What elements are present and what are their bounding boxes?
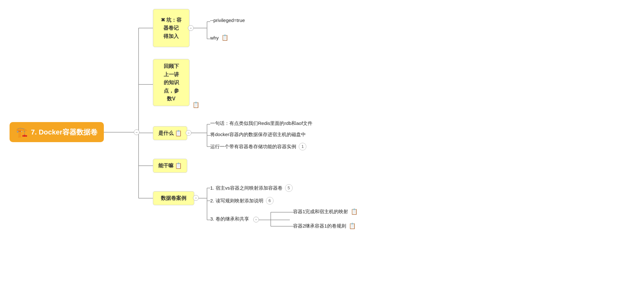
trap-child-1: --privileged=true: [210, 18, 245, 23]
inherit-child-2: 容器2继承容器1的卷规则 📋: [293, 222, 356, 229]
topic-review-label: 回顾下上一讲的知识点，参数V: [164, 62, 179, 103]
inherit-collapse-btn[interactable]: −: [253, 217, 259, 222]
topic-trap-label: ✖ 坑：容器卷记得加入: [161, 16, 182, 40]
inherit-child-1: 容器1完成和宿主机的映射 📋: [293, 208, 358, 215]
root-collapse-btn[interactable]: −: [134, 129, 140, 135]
collapse-minus-icon5: −: [255, 218, 257, 221]
what-child-1: 一句话：有点类似我们Redis里面的rdb和aof文件: [210, 120, 312, 127]
cases-badge-6: 6: [266, 197, 274, 205]
topic-cases[interactable]: 数据卷案例: [153, 191, 194, 205]
cases-child-2: 2. 读写规则映射添加说明 6: [210, 197, 274, 205]
collapse-minus-icon: −: [136, 130, 138, 134]
review-note-icon[interactable]: 📋: [192, 101, 199, 108]
can-note-icon[interactable]: 📋: [175, 162, 182, 170]
root-icon: 🏗️: [16, 127, 28, 138]
topic-can[interactable]: 能干嘛 📋: [153, 159, 187, 173]
topic-what[interactable]: 是什么 📋: [153, 126, 187, 140]
what-badge-1: 1: [299, 143, 306, 150]
cases-collapse-btn[interactable]: −: [193, 195, 199, 201]
topic-trap[interactable]: ✖ 坑：容器卷记得加入: [153, 9, 190, 47]
what-collapse-btn[interactable]: −: [186, 130, 191, 136]
collapse-minus-icon2: −: [190, 26, 192, 30]
collapse-minus-icon3: −: [188, 131, 190, 135]
what-child-3: 运行一个带有容器卷存储功能的容器实例 1: [210, 143, 306, 150]
cases-child-3: 3. 卷的继承和共享: [210, 216, 249, 222]
topic-can-label: 能干嘛: [158, 162, 174, 170]
cases-child-1: 1. 宿主vs容器之间映射添加容器卷 5: [210, 184, 293, 192]
topic-review[interactable]: 回顾下上一讲的知识点，参数V: [153, 59, 190, 106]
what-child-2: 将docker容器内的数据保存进宿主机的磁盘中: [210, 132, 306, 138]
cases-badge-5: 5: [285, 184, 293, 192]
root-node: 🏗️ 7. Docker容器数据卷: [10, 122, 104, 142]
trap-child-2: why 📋: [210, 34, 228, 41]
trap-collapse-btn[interactable]: −: [188, 25, 194, 31]
collapse-minus-icon4: −: [195, 196, 197, 200]
inherit-note-1[interactable]: 📋: [351, 208, 358, 215]
topic-cases-label: 数据卷案例: [161, 194, 186, 202]
inherit-note-2[interactable]: 📋: [349, 222, 356, 229]
topic-what-label: 是什么: [158, 129, 174, 137]
what-note-icon[interactable]: 📋: [175, 129, 182, 138]
trap-why-note-icon[interactable]: 📋: [221, 34, 228, 41]
root-label: 7. Docker容器数据卷: [31, 127, 97, 137]
